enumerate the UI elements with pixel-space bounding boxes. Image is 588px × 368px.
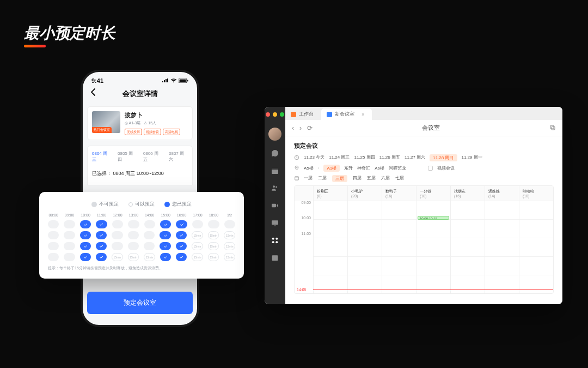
date-tab[interactable]: 0806 周五 [143,150,162,162]
timeslot[interactable] [176,220,187,228]
timeslot[interactable] [176,253,187,261]
avatar[interactable] [268,128,281,141]
date-filter[interactable]: 11.24 周三 [329,154,350,161]
nav-back-icon[interactable]: ‹ [292,124,294,132]
room-tag: 视频会议 [144,129,161,135]
screen-icon[interactable] [270,218,280,228]
hour-label: 14:00 [144,213,155,217]
timeslot[interactable] [80,220,91,228]
floor-filter[interactable]: 六层 [381,175,390,182]
room-column-header[interactable]: 泥娃娃(14) [485,186,519,201]
timeslot[interactable] [96,253,107,261]
timeslot[interactable] [192,253,203,261]
room-column[interactable] [485,201,519,293]
floor-filter[interactable]: 一层 [304,175,313,182]
building-filter[interactable]: A5楼 [304,165,314,171]
book-button[interactable]: 预定会议室 [87,292,193,314]
room-column-header[interactable]: 数鸭子(16) [382,186,416,201]
date-tab[interactable]: 0807 周六 [169,150,188,162]
window-tab[interactable]: 工作台 [285,108,321,120]
date-tab[interactable]: 0804 周三 [92,150,111,162]
room-tag: 无线投屏 [125,129,142,135]
timeslot[interactable] [208,231,219,239]
timeslot[interactable] [160,231,170,239]
floor-filter[interactable]: 七层 [395,175,404,182]
room-column-header[interactable]: 粉刷匠(8) [313,186,347,201]
date-tab[interactable]: 0805 周四 [118,150,137,162]
timeslot[interactable] [192,231,203,239]
timeslot[interactable] [176,231,187,239]
timeslot[interactable] [112,253,123,261]
timeslot[interactable] [208,253,219,261]
timeslot[interactable] [176,242,187,250]
building-filter[interactable]: A1楼 [323,165,340,172]
timeslot[interactable] [224,242,235,250]
timeslot [64,242,75,250]
schedule-icon[interactable] [270,253,280,263]
calendar-event[interactable]: 10:00-10:15 [418,216,449,220]
room-column[interactable] [347,201,382,293]
room-column[interactable]: 10:00-10:15 [416,201,450,293]
nav-bar: 会议室详情 [83,85,197,104]
timeslot[interactable] [128,253,139,261]
video-icon[interactable] [270,201,280,210]
timeslot[interactable] [160,220,171,228]
legend-unavail: 不可预定 [91,201,119,208]
room-column[interactable] [519,201,553,293]
building-filter[interactable]: 同程艺龙 [389,165,406,171]
traffic-lights[interactable] [266,112,284,117]
timeslot[interactable] [80,242,91,250]
floor-filter[interactable]: 五层 [367,175,376,182]
building-filter[interactable]: 东升 [344,165,353,171]
calendar-icon[interactable] [270,166,280,176]
room-column-header[interactable]: 一分钱(18) [416,186,450,201]
date-filter[interactable]: 11.23 今天 [304,154,324,161]
floor-filter[interactable]: 二层 [318,175,327,182]
back-icon[interactable] [90,88,96,98]
room-column[interactable] [450,201,485,293]
room-column-header[interactable]: 哇哈哈(10) [519,186,553,201]
timeslot[interactable] [96,220,107,228]
timeslot[interactable] [96,231,107,239]
battery-icon [179,79,188,83]
copy-icon[interactable] [549,124,556,132]
chat-icon[interactable] [270,148,280,158]
building-filter[interactable]: 神奇汇 [357,165,370,171]
svg-point-11 [275,238,278,240]
timeslot[interactable] [224,231,235,239]
calendar-body[interactable]: 09:0010:0011:00 10:00-10:15 14:05 [295,201,553,293]
contacts-icon[interactable] [270,183,280,193]
room-column[interactable] [382,201,416,293]
time-label: 10:00 [295,216,313,231]
apps-icon[interactable] [270,236,280,245]
timeslot[interactable] [160,253,171,261]
timeslot[interactable] [144,253,155,261]
timeslot[interactable] [224,253,235,261]
refresh-icon[interactable]: ⟳ [307,124,313,132]
room-card[interactable]: 热门会议室 拔萝卜 ◎ A1-3层 ♙ 15人 无线投屏视频会议高清电视 [87,106,193,140]
building-filter[interactable]: A6楼 [375,165,384,171]
window-tab[interactable]: 新会议室× [321,108,372,120]
timeslot[interactable] [208,242,219,250]
floor-filter[interactable]: 四层 [353,175,362,182]
date-filter[interactable]: 11.28 周日 [430,154,457,161]
timeslot[interactable] [80,231,91,239]
floor-filter[interactable]: 三层 [332,175,347,182]
status-time: 9:41 [91,77,103,84]
room-column-header[interactable]: 找朋友(16) [450,186,485,201]
video-checkbox[interactable] [428,166,433,171]
room-column-header[interactable]: 小毛驴(20) [347,186,382,201]
date-filter[interactable]: 11.25 周四 [354,154,375,161]
date-filter[interactable]: 11.26 周五 [379,154,400,161]
nav-fwd-icon[interactable]: › [299,124,302,132]
timeslot[interactable] [192,242,203,250]
status-icons [162,79,188,83]
room-column[interactable] [313,201,347,293]
legend-selected: 您已预定 [164,201,192,208]
timeslot[interactable] [96,242,107,250]
timeslot[interactable] [80,253,91,261]
date-filter[interactable]: 11.29 周一 [462,154,482,161]
timeslot[interactable] [160,242,170,250]
tab-close-icon[interactable]: × [362,112,364,117]
date-filter[interactable]: 11.27 周六 [405,154,425,161]
